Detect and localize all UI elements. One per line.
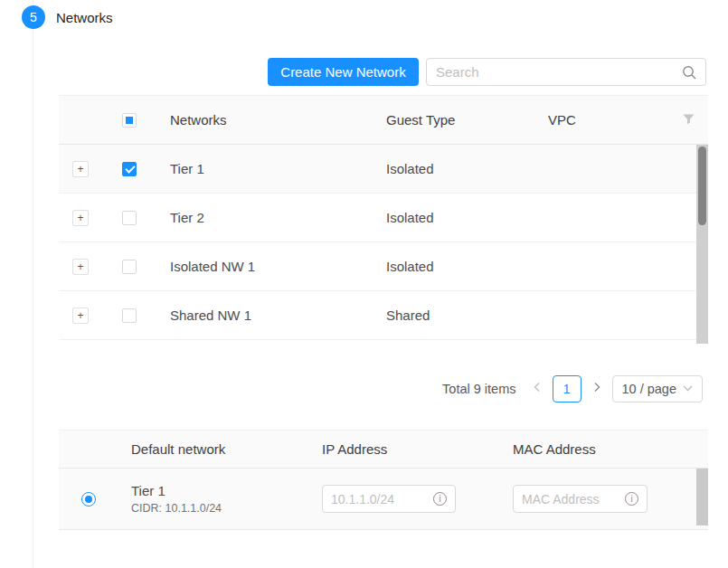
network-name: Tier 1 [131,483,308,498]
pagination-prev-button[interactable] [529,375,545,402]
guest-type-value: Isolated [373,259,534,274]
row-checkbox[interactable] [122,211,137,225]
step-number-badge: 5 [22,5,45,29]
table-row[interactable]: + Shared NW 1 Shared [59,291,708,340]
guest-type-value: Isolated [373,161,534,176]
guest-type-value: Shared [373,308,534,323]
page-size-value: 10 / page [622,382,676,396]
networks-table-body: + Tier 1 Isolated + Tier 2 Isolated + Is… [59,145,708,344]
chevron-down-icon [683,385,693,392]
default-network-cell: Tier 1 CIDR: 10.1.1.0/24 [118,483,308,515]
expand-row-button[interactable]: + [72,308,89,324]
networks-toolbar: Create New Network [59,58,706,86]
row-checkbox[interactable] [122,308,137,323]
expand-row-button[interactable]: + [72,259,89,275]
table-row[interactable]: + Isolated NW 1 Isolated [59,242,708,291]
column-header-networks: Networks [156,112,373,128]
pagination-total: Total 9 items [442,382,515,396]
column-header-vpc: VPC [534,112,669,128]
guest-type-value: Isolated [373,210,534,225]
column-header-ip-address: IP Address [308,441,499,457]
default-table-header: Default network IP Address MAC Address [59,430,708,469]
create-new-network-button[interactable]: Create New Network [268,58,419,86]
table-row[interactable]: + Tier 1 Isolated [59,145,708,194]
networks-table: Networks Guest Type VPC + Tier 1 Isolate… [59,95,708,344]
default-table-body: Tier 1 CIDR: 10.1.1.0/24 i i [59,469,708,530]
info-circle-icon[interactable]: i [625,492,638,506]
column-header-mac-address: MAC Address [499,441,708,457]
step-connector-line [33,0,33,568]
network-name: Tier 2 [156,210,373,225]
page-size-select[interactable]: 10 / page [612,375,703,402]
mac-address-cell: i [499,485,708,513]
scrollbar-thumb[interactable] [698,147,706,225]
vpc-filter-cell [669,114,708,126]
ip-address-input[interactable] [331,492,433,506]
network-name: Isolated NW 1 [156,259,373,274]
mac-address-field[interactable]: i [513,485,648,513]
ip-address-field[interactable]: i [322,485,456,513]
select-all-checkbox[interactable] [122,113,137,128]
row-checkbox[interactable] [122,162,137,176]
row-checkbox[interactable] [122,260,137,274]
mac-address-input[interactable] [522,492,625,506]
network-name: Tier 1 [156,161,373,176]
pagination-page-1[interactable]: 1 [553,375,581,402]
info-circle-icon[interactable]: i [433,492,447,506]
pagination-next-button[interactable] [589,375,605,402]
expand-row-button[interactable]: + [72,161,89,177]
select-all-cell [102,113,156,128]
networks-wizard-step: 5 Networks Create New Network Networks G… [0,0,728,568]
column-header-default-network: Default network [118,441,308,457]
default-network-table: Default network IP Address MAC Address T… [59,430,708,530]
network-cidr: CIDR: 10.1.1.0/24 [131,502,308,515]
filter-funnel-icon[interactable] [683,114,695,126]
pagination: Total 9 items 1 10 / page [59,374,703,402]
networks-table-header: Networks Guest Type VPC [59,95,708,145]
default-network-row[interactable]: Tier 1 CIDR: 10.1.1.0/24 i i [59,469,708,530]
step-title: Networks [56,10,113,25]
search-input[interactable] [436,64,682,80]
table-row[interactable]: + Tier 2 Isolated [59,194,708,242]
table-scrollbar[interactable] [696,145,708,344]
network-name: Shared NW 1 [156,308,373,323]
search-box[interactable] [426,58,706,86]
chevron-right-icon [592,382,601,395]
default-network-radio[interactable] [81,492,96,506]
table-scrollbar[interactable] [696,469,708,525]
chevron-left-icon [533,382,542,395]
column-header-guest-type: Guest Type [373,112,534,128]
search-icon[interactable] [682,65,696,80]
expand-row-button[interactable]: + [72,210,89,226]
ip-address-cell: i [308,485,499,513]
